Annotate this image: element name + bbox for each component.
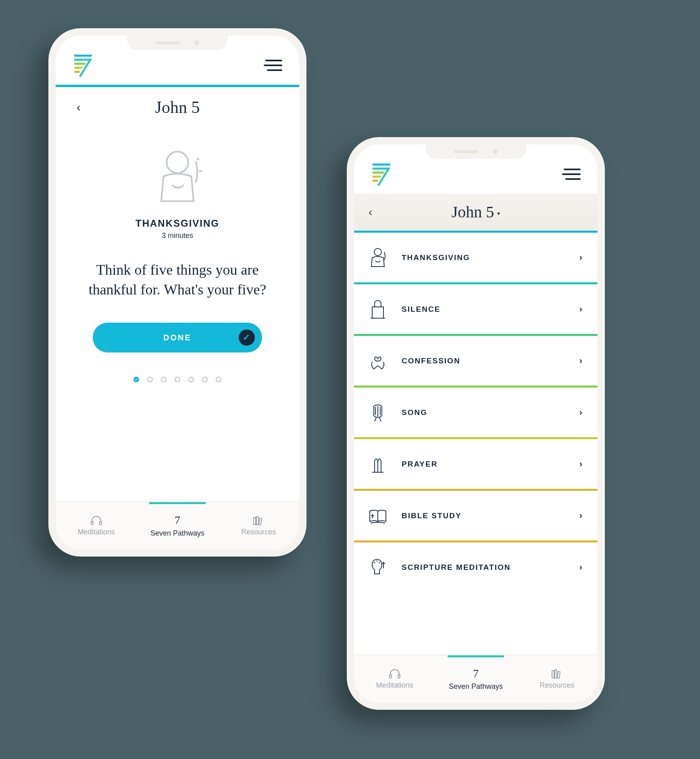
menu-icon[interactable]	[264, 58, 282, 73]
chevron-right-icon: ›	[579, 252, 582, 263]
books-icon	[252, 515, 265, 525]
app-logo-icon[interactable]	[73, 53, 94, 77]
speaker-grille	[454, 150, 478, 153]
thanksgiving-icon	[145, 145, 210, 210]
phone-frame-left: ‹ John 5 THANKSGIVING 3 minutes Think of…	[48, 28, 306, 557]
page-title: John 5	[155, 98, 200, 117]
pathway-label: SCRIPTURE MEDITATION	[402, 563, 568, 572]
pager-dot[interactable]	[161, 377, 167, 382]
done-button-label: DONE	[163, 333, 192, 342]
nav-resources[interactable]: Resources	[218, 502, 299, 549]
prompt-text: Think of five things you are thankful fo…	[77, 260, 278, 299]
phone-frame-right: ‹ John 5▾ THANKSGIVING › SILENCE ›	[347, 137, 605, 710]
scripture-meditation-icon	[365, 555, 390, 580]
chevron-right-icon: ›	[579, 407, 582, 418]
pager-dot[interactable]	[202, 377, 208, 382]
svg-rect-32	[555, 670, 557, 678]
done-button[interactable]: DONE ✓	[93, 323, 262, 352]
pager-dot[interactable]	[147, 377, 153, 382]
pager-dot[interactable]	[188, 377, 194, 382]
pathway-label: BIBLE STUDY	[402, 511, 568, 520]
phone-notch	[425, 144, 526, 159]
svg-rect-33	[557, 671, 560, 678]
silence-icon	[365, 297, 390, 322]
pathway-label: THANKSGIVING	[402, 253, 568, 262]
menu-icon[interactable]	[562, 167, 581, 181]
pathways-list: THANKSGIVING › SILENCE › CONFESSION ›	[354, 231, 598, 655]
thanksgiving-icon	[365, 245, 390, 270]
pathway-label: PRAYER	[402, 460, 568, 469]
bottom-nav: Meditations 7 Seven Pathways Resources	[354, 655, 598, 703]
pathway-label: SILENCE	[402, 305, 568, 314]
bible-study-icon	[365, 503, 390, 528]
svg-point-14	[374, 248, 381, 256]
duration-label: 3 minutes	[162, 231, 193, 240]
svg-rect-10	[259, 518, 262, 525]
svg-point-24	[374, 562, 375, 563]
pathway-row-bible-study[interactable]: BIBLE STUDY ›	[354, 489, 598, 540]
chevron-right-icon: ›	[579, 459, 582, 469]
pager-dot[interactable]: ✓	[133, 377, 139, 382]
section-heading: THANKSGIVING	[135, 218, 219, 229]
bottom-nav: Meditations 7 Seven Pathways Resources	[56, 502, 299, 549]
books-icon	[551, 668, 563, 679]
headphones-icon	[389, 668, 401, 679]
front-camera	[194, 40, 199, 45]
chevron-right-icon: ›	[579, 511, 582, 521]
page-title: John 5▾	[452, 202, 500, 221]
pager-dot[interactable]	[175, 377, 180, 382]
svg-point-3	[167, 152, 188, 173]
svg-line-4	[197, 158, 199, 160]
progress-pager: ✓	[133, 377, 221, 382]
song-icon	[365, 400, 390, 425]
pathway-label: CONFESSION	[402, 357, 568, 365]
pathway-row-song[interactable]: SONG ›	[354, 386, 598, 437]
prayer-icon	[365, 452, 390, 477]
nav-seven-pathways[interactable]: 7 Seven Pathways	[137, 502, 218, 549]
nav-label: Resources	[241, 528, 276, 536]
nav-label: Resources	[540, 681, 574, 690]
chevron-right-icon: ›	[579, 304, 582, 315]
headphones-icon	[90, 515, 102, 525]
svg-rect-9	[256, 517, 258, 525]
nav-meditations[interactable]: Meditations	[354, 655, 435, 703]
front-camera	[493, 149, 498, 154]
nav-resources[interactable]: Resources	[517, 655, 598, 703]
chevron-right-icon: ›	[579, 356, 582, 366]
svg-point-26	[379, 562, 380, 563]
phone-notch	[127, 35, 228, 50]
svg-rect-8	[254, 517, 256, 525]
chevron-right-icon: ›	[579, 562, 582, 573]
pathway-label: SONG	[402, 408, 568, 417]
nav-seven-pathways[interactable]: 7 Seven Pathways	[435, 655, 516, 703]
svg-rect-15	[372, 307, 383, 318]
nav-label: Meditations	[376, 681, 413, 690]
chapter-header[interactable]: ‹ John 5▾	[354, 194, 598, 231]
seven-icon: 7	[175, 514, 180, 527]
back-button[interactable]: ‹	[77, 100, 81, 114]
pager-dot[interactable]	[216, 377, 221, 382]
app-logo-icon[interactable]	[371, 162, 392, 186]
pathway-row-confession[interactable]: CONFESSION ›	[354, 334, 598, 386]
svg-rect-31	[552, 671, 554, 678]
check-icon: ✓	[239, 329, 255, 346]
svg-point-25	[377, 560, 378, 561]
nav-label: Seven Pathways	[449, 682, 503, 691]
dropdown-caret-icon[interactable]: ▾	[497, 211, 500, 217]
nav-label: Meditations	[78, 528, 115, 536]
seven-icon: 7	[473, 667, 479, 680]
pathway-row-silence[interactable]: SILENCE ›	[354, 282, 598, 334]
speaker-grille	[156, 42, 180, 44]
pathway-row-scripture-meditation[interactable]: SCRIPTURE MEDITATION ›	[354, 540, 598, 592]
back-button[interactable]: ‹	[369, 206, 372, 219]
nav-meditations[interactable]: Meditations	[56, 502, 137, 549]
pathway-row-prayer[interactable]: PRAYER ›	[354, 437, 598, 489]
pathway-row-thanksgiving[interactable]: THANKSGIVING ›	[354, 231, 598, 282]
nav-label: Seven Pathways	[150, 529, 204, 538]
confession-icon	[365, 348, 390, 373]
